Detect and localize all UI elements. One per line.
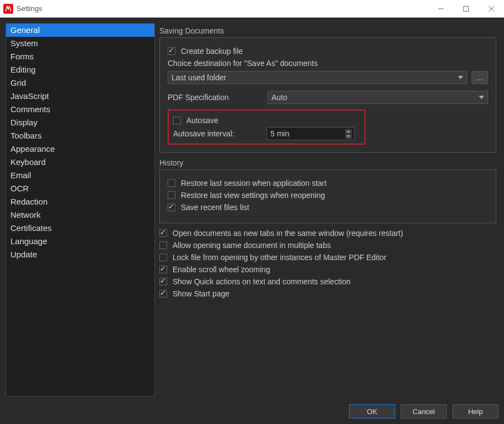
row-pdf-spec: PDF Specification Auto: [168, 91, 488, 104]
label-allow-multi-tabs: Allow opening same document in multiple …: [173, 241, 331, 250]
sidebar-item-update[interactable]: Update: [6, 248, 154, 261]
checkbox-allow-multi-tabs[interactable]: [159, 241, 167, 249]
sidebar-item-javascript[interactable]: JavaScript: [6, 90, 154, 103]
chevron-down-icon: [458, 76, 463, 79]
row-autosave[interactable]: Autosave: [173, 116, 360, 125]
titlebar: Settings: [0, 0, 504, 18]
checkbox-restore-view[interactable]: [168, 191, 175, 199]
label-scroll-zoom: Enable scroll wheel zooming: [173, 265, 270, 274]
dialog-footer: OK Cancel Help: [5, 402, 499, 419]
row-restore-view[interactable]: Restore last view settings when reopenin…: [168, 191, 488, 200]
sidebar-item-redaction[interactable]: Redaction: [6, 195, 154, 208]
minimize-button[interactable]: [428, 0, 453, 17]
ok-button[interactable]: OK: [349, 404, 395, 419]
checkbox-quick-actions[interactable]: [159, 278, 167, 285]
sidebar-item-forms[interactable]: Forms: [6, 50, 154, 63]
label-open-new-tabs: Open documents as new tabs in the same w…: [173, 229, 403, 238]
checkbox-lock-file[interactable]: [159, 254, 167, 261]
row-autosave-interval: Autosave interval: 5 min: [173, 127, 360, 140]
row-create-backup[interactable]: Create backup file: [168, 47, 488, 56]
sidebar-item-comments[interactable]: Comments: [6, 103, 154, 116]
sidebar-item-email[interactable]: Email: [6, 169, 154, 182]
row-lock-file[interactable]: Lock file from opening by other instance…: [159, 253, 496, 262]
close-button[interactable]: [479, 0, 504, 17]
checkbox-scroll-zoom[interactable]: [159, 266, 167, 273]
row-start-page[interactable]: Show Start page: [159, 289, 496, 298]
row-scroll-zoom[interactable]: Enable scroll wheel zooming: [159, 265, 496, 274]
spinner-autosave-interval-value: 5 min: [270, 129, 343, 138]
app-icon: [3, 4, 13, 14]
settings-content: Saving Documents Create backup file Choi…: [159, 23, 499, 397]
select-saveas-folder-value: Last used folder: [171, 73, 226, 82]
row-restore-session[interactable]: Restore last session when application st…: [168, 179, 488, 188]
row-saveas-folder: Last used folder ...: [168, 71, 488, 84]
sidebar-item-network[interactable]: Network: [6, 208, 154, 222]
label-quick-actions: Show Quick actions on text and comments …: [173, 277, 351, 286]
help-button[interactable]: Help: [452, 404, 499, 419]
spinner-up-button[interactable]: [345, 129, 352, 134]
label-autosave-interval: Autosave interval:: [173, 129, 267, 138]
spinner-down-button[interactable]: [345, 134, 352, 139]
label-restore-view: Restore last view settings when reopenin…: [181, 191, 325, 200]
spinner-buttons: [345, 129, 352, 139]
row-open-new-tabs[interactable]: Open documents as new tabs in the same w…: [159, 229, 496, 238]
spinner-autosave-interval[interactable]: 5 min: [267, 127, 355, 140]
sidebar-item-certificates[interactable]: Certificates: [6, 222, 154, 235]
select-pdf-spec-value: Auto: [272, 93, 287, 102]
chevron-down-icon: [479, 96, 484, 99]
checkbox-start-page[interactable]: [159, 290, 167, 298]
sidebar-item-toolbars[interactable]: Toolbars: [6, 129, 154, 142]
section-title-history: History: [159, 158, 496, 167]
select-saveas-folder[interactable]: Last used folder: [168, 71, 467, 84]
client-area: GeneralSystemFormsEditingGridJavaScriptC…: [0, 18, 504, 424]
window-controls: [428, 0, 504, 17]
autosave-highlight: Autosave Autosave interval: 5 min: [168, 109, 365, 145]
group-saving: Create backup file Choice destination fo…: [159, 37, 496, 153]
row-quick-actions[interactable]: Show Quick actions on text and comments …: [159, 277, 496, 286]
checkbox-restore-session[interactable]: [168, 179, 175, 187]
sidebar-item-system[interactable]: System: [6, 37, 154, 50]
main-area: GeneralSystemFormsEditingGridJavaScriptC…: [5, 23, 499, 397]
label-start-page: Show Start page: [173, 289, 230, 298]
label-choice-destination: Choice destination for "Save As" documen…: [168, 59, 488, 68]
label-restore-session: Restore last session when application st…: [181, 179, 326, 188]
checkbox-autosave[interactable]: [173, 117, 181, 124]
svg-rect-1: [464, 6, 469, 11]
checkbox-save-recent[interactable]: [168, 203, 175, 211]
checkbox-open-new-tabs[interactable]: [159, 229, 167, 237]
sidebar-item-display[interactable]: Display: [6, 116, 154, 129]
maximize-button[interactable]: [453, 0, 479, 17]
window-title: Settings: [16, 4, 428, 13]
label-pdf-spec: PDF Specification: [168, 93, 261, 102]
select-pdf-spec[interactable]: Auto: [268, 91, 488, 104]
settings-sidebar: GeneralSystemFormsEditingGridJavaScriptC…: [5, 23, 155, 397]
sidebar-item-appearance[interactable]: Appearance: [6, 142, 154, 156]
row-allow-multi-tabs[interactable]: Allow opening same document in multiple …: [159, 241, 496, 250]
label-save-recent: Save recent files list: [181, 203, 250, 212]
sidebar-item-grid[interactable]: Grid: [6, 76, 154, 90]
group-history: Restore last session when application st…: [159, 169, 496, 223]
cancel-button[interactable]: Cancel: [401, 404, 447, 419]
browse-folder-button[interactable]: ...: [472, 71, 488, 84]
checkbox-create-backup[interactable]: [168, 47, 175, 55]
sidebar-item-general[interactable]: General: [6, 24, 154, 37]
row-save-recent[interactable]: Save recent files list: [168, 203, 488, 212]
sidebar-item-editing[interactable]: Editing: [6, 63, 154, 76]
section-title-saving: Saving Documents: [159, 26, 496, 35]
sidebar-item-language[interactable]: Language: [6, 235, 154, 248]
label-autosave: Autosave: [186, 116, 218, 125]
sidebar-item-ocr[interactable]: OCR: [6, 182, 154, 195]
sidebar-item-keyboard[interactable]: Keyboard: [6, 156, 154, 169]
settings-window: Settings GeneralSystemFormsEditingGridJa…: [0, 0, 504, 424]
label-create-backup: Create backup file: [181, 47, 243, 56]
label-lock-file: Lock file from opening by other instance…: [173, 253, 386, 262]
